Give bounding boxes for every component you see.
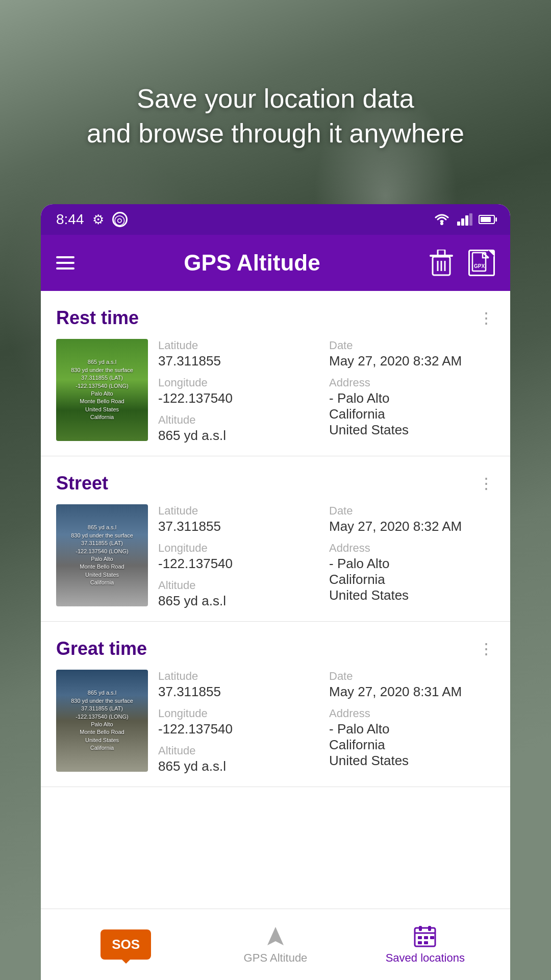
entry-body-3: 865 yd a.s.l830 yd under the surface37.3… [56,670,495,774]
thumb-text-3: 865 yd a.s.l830 yd under the surface37.3… [56,670,148,772]
entry-header-2: Street ⋮ [56,473,495,494]
address-value-1: - Palo Alto California United States [329,390,495,438]
thumb-image-3: 865 yd a.s.l830 yd under the surface37.3… [56,670,148,772]
svg-rect-19 [418,941,422,944]
details-col-right-1: Date May 27, 2020 8:32 AM Address - Palo… [329,339,495,444]
date-value-1: May 27, 2020 8:32 AM [329,353,495,369]
date-value-2: May 27, 2020 8:32 AM [329,519,495,534]
hero-line1: Save your location data [31,82,520,116]
status-right [433,212,495,227]
entry-title-2: Street [56,473,108,494]
details-col-right-3: Date May 27, 2020 8:31 AM Address - Palo… [329,670,495,774]
svg-rect-1 [457,222,460,226]
entry-details-3: Latitude 37.311855 Longitude -122.137540… [158,670,495,774]
svg-rect-2 [461,218,464,226]
latitude-value-3: 37.311855 [158,684,324,700]
more-options-1[interactable]: ⋮ [479,310,495,326]
thumbnail-2: 865 yd a.s.l830 yd under the surface37.3… [56,504,148,606]
sos-button[interactable]: SOS [101,929,151,960]
latitude-value-2: 37.311855 [158,519,324,534]
address-label-2: Address [329,542,495,555]
longitude-value-1: -122.137540 [158,390,324,406]
cast-icon: ◎ [112,212,128,227]
longitude-value-2: -122.137540 [158,556,324,572]
latitude-label-1: Latitude [158,339,324,352]
details-col-right-2: Date May 27, 2020 8:32 AM Address - Palo… [329,504,495,609]
thumb-text-2: 865 yd a.s.l830 yd under the surface37.3… [56,504,148,606]
entry-title-1: Rest time [56,307,139,329]
calendar-icon [414,925,436,947]
sos-nav-item[interactable]: SOS [51,929,201,960]
wifi-icon [433,212,451,227]
date-value-3: May 27, 2020 8:31 AM [329,684,495,700]
details-col-left-3: Latitude 37.311855 Longitude -122.137540… [158,670,324,774]
svg-rect-17 [418,936,422,939]
navigation-arrow-icon [264,925,287,947]
thumbnail-3: 865 yd a.s.l830 yd under the surface37.3… [56,670,148,772]
menu-button[interactable] [56,256,74,270]
locations-list: Rest time ⋮ 865 yd a.s.l830 yd under the… [41,291,510,909]
export-gpx-button[interactable]: GPX [468,250,495,276]
latitude-label-3: Latitude [158,670,324,683]
hero-text: Save your location data and browse throu… [0,82,551,151]
status-bar: 8:44 ⚙ ◎ [41,204,510,235]
altitude-label-3: Altitude [158,744,324,757]
status-left: 8:44 ⚙ ◎ [56,211,128,228]
bottom-nav: SOS GPS Altitude Saved locations [41,909,510,980]
gear-icon: ⚙ [92,212,104,228]
gps-altitude-nav-item[interactable]: GPS Altitude [201,925,350,965]
latitude-label-2: Latitude [158,504,324,518]
gps-nav-label: GPS Altitude [244,951,308,965]
entry-header-1: Rest time ⋮ [56,307,495,329]
thumb-image-1: 865 yd a.s.l830 yd under the surface37.3… [56,339,148,441]
thumb-text-1: 865 yd a.s.l830 yd under the surface37.3… [56,339,148,441]
time-display: 8:44 [56,211,84,228]
date-label-1: Date [329,339,495,352]
date-label-2: Date [329,504,495,518]
app-title: GPS Altitude [90,250,414,276]
longitude-value-3: -122.137540 [158,721,324,737]
longitude-label-2: Longitude [158,542,324,555]
latitude-value-1: 37.311855 [158,353,324,369]
altitude-value-3: 865 yd a.s.l [158,758,324,774]
bottom-spacer [41,787,510,802]
svg-text:GPX: GPX [474,263,485,269]
signal-bars-icon [457,213,472,226]
svg-point-0 [440,222,443,225]
svg-rect-16 [428,926,431,931]
more-options-2[interactable]: ⋮ [479,476,495,491]
details-col-left-1: Latitude 37.311855 Longitude -122.137540… [158,339,324,444]
location-entry-3: Great time ⋮ 865 yd a.s.l830 yd under th… [41,622,510,787]
svg-rect-4 [469,213,472,226]
date-label-3: Date [329,670,495,683]
address-label-3: Address [329,707,495,720]
location-entry-2: Street ⋮ 865 yd a.s.l830 yd under the su… [41,456,510,622]
address-label-1: Address [329,376,495,389]
saved-locations-nav-item[interactable]: Saved locations [350,925,500,965]
entry-header-3: Great time ⋮ [56,638,495,659]
thumb-image-2: 865 yd a.s.l830 yd under the surface37.3… [56,504,148,606]
hero-line2: and browse through it anywhere [31,116,520,151]
address-value-2: - Palo Alto California United States [329,556,495,603]
entry-body-2: 865 yd a.s.l830 yd under the surface37.3… [56,504,495,609]
address-value-3: - Palo Alto California United States [329,721,495,769]
entry-body-1: 865 yd a.s.l830 yd under the surface37.3… [56,339,495,444]
battery-icon [479,215,495,224]
entry-details-2: Latitude 37.311855 Longitude -122.137540… [158,504,495,609]
thumbnail-1: 865 yd a.s.l830 yd under the surface37.3… [56,339,148,441]
altitude-label-1: Altitude [158,413,324,427]
phone-card: 8:44 ⚙ ◎ [41,204,510,980]
svg-rect-18 [424,936,428,939]
more-options-3[interactable]: ⋮ [479,641,495,656]
svg-rect-20 [424,941,428,944]
svg-rect-3 [465,215,468,226]
delete-button[interactable] [430,250,453,276]
saved-nav-label: Saved locations [386,951,465,965]
altitude-value-1: 865 yd a.s.l [158,428,324,444]
entry-title-3: Great time [56,638,147,659]
entry-details-1: Latitude 37.311855 Longitude -122.137540… [158,339,495,444]
longitude-label-1: Longitude [158,376,324,389]
details-col-left-2: Latitude 37.311855 Longitude -122.137540… [158,504,324,609]
altitude-label-2: Altitude [158,579,324,592]
app-bar: GPS Altitude GPX [41,235,510,291]
